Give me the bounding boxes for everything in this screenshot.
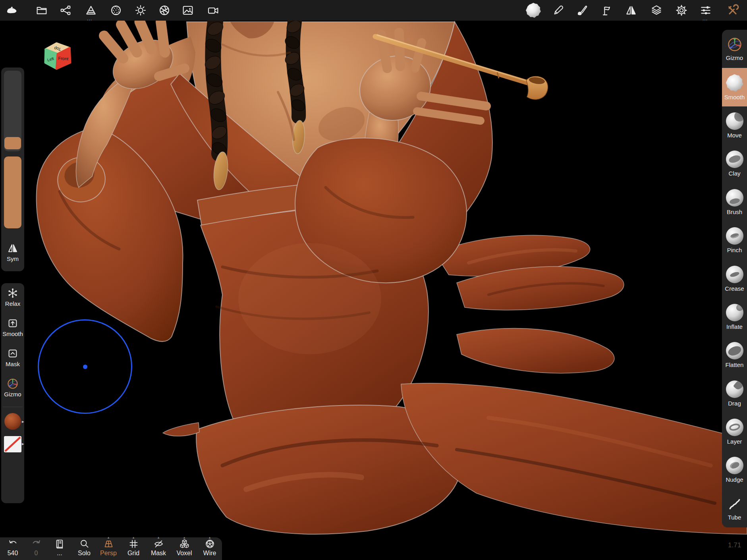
quick-tool-smooth[interactable]: Smooth [1, 317, 24, 337]
stamp-icon[interactable] [601, 4, 614, 17]
tool-flatten[interactable]: Flatten [722, 336, 747, 374]
tool-pinch[interactable]: Pinch [722, 221, 747, 259]
brush-intensity-slider[interactable] [4, 156, 21, 228]
right-tool-panel: Gizmo Smooth Move Clay Brush Pinch Creas… [722, 30, 747, 527]
undo-button[interactable]: 540 [2, 539, 23, 557]
paint-brush-icon[interactable] [576, 4, 589, 17]
layers-icon[interactable] [650, 4, 663, 17]
files-folder-icon[interactable] [35, 4, 48, 17]
postprocess-aperture-icon[interactable] [158, 4, 171, 17]
interface-sliders-icon[interactable] [699, 4, 712, 17]
gizmo-quick-label: Gizmo [4, 391, 21, 398]
quick-tool-mask[interactable]: Mask [1, 348, 24, 367]
no-texture-swatch[interactable] [4, 436, 21, 452]
left-slider-panel: Sym [1, 68, 24, 271]
view-cube[interactable]: Top Left Front [41, 38, 74, 74]
brush-radius-handle[interactable] [4, 137, 21, 149]
inflate-tool-icon [726, 304, 743, 321]
voxel-cubes-icon [179, 539, 190, 549]
mask-quick-label: Mask [6, 361, 20, 367]
tool-clay[interactable]: Clay [722, 145, 747, 183]
redo-count: 0 [35, 550, 38, 557]
solo-label: Solo [78, 550, 91, 557]
mask-caret-icon: ▴ [158, 535, 160, 539]
active-material-ball[interactable] [4, 413, 21, 430]
clay-tool-icon [726, 151, 743, 168]
sculpture-render [0, 21, 747, 560]
mask-eye-off-icon [153, 539, 164, 549]
tool-smooth[interactable]: Smooth [722, 68, 747, 106]
debug-tools-wrench-icon[interactable] [726, 4, 739, 17]
brush-cursor[interactable] [38, 319, 132, 414]
sculpt-pencil-icon[interactable] [552, 4, 565, 17]
topology-more-dots: ... [87, 16, 93, 21]
tool-nudge[interactable]: Nudge [722, 451, 747, 489]
scene-graph-icon[interactable] [59, 4, 72, 17]
tool-brush[interactable]: Brush [722, 183, 747, 221]
material-sphere-icon[interactable] [110, 4, 122, 17]
voxel-label: Voxel [176, 550, 192, 557]
top-toolbar: ... [0, 0, 747, 21]
lighting-sun-icon[interactable] [134, 4, 147, 17]
smooth-tool-icon [726, 74, 743, 92]
view-cube-front-label: Front [58, 56, 68, 61]
sym-toggle[interactable]: Sym [1, 242, 24, 262]
wire-sphere-icon [205, 539, 215, 549]
nudge-tool-icon [726, 457, 743, 474]
symmetry-mirror-icon[interactable] [625, 4, 637, 17]
brush-radius-slider[interactable] [4, 71, 21, 151]
left-panel-divider [3, 407, 23, 407]
tool-label: Pinch [727, 247, 742, 253]
quick-tool-relax[interactable]: Relax [1, 287, 24, 307]
mask-quick-icon [7, 348, 19, 359]
mask-button[interactable]: ▴ Mask [148, 539, 169, 557]
grid-button[interactable]: ▴ Grid [123, 539, 144, 557]
app-version: 1.71 [728, 541, 741, 549]
relax-icon [7, 287, 19, 299]
topology-icon[interactable] [85, 4, 97, 17]
gizmo-icon [727, 37, 743, 52]
settings-gear-icon[interactable] [675, 4, 688, 17]
voxel-caret-icon: ▴ [183, 535, 185, 539]
tool-label: Flatten [726, 361, 744, 368]
tool-tube[interactable]: Tube [722, 489, 747, 527]
tool-move[interactable]: Move [722, 106, 747, 145]
move-tool-icon [726, 112, 743, 130]
tool-drag[interactable]: Drag [722, 375, 747, 413]
tool-label: Brush [727, 209, 742, 215]
quick-tool-gizmo[interactable]: Gizmo [1, 378, 24, 398]
persp-label: Persp [100, 550, 117, 557]
sculpt-viewport[interactable]: Top Left Front [0, 21, 747, 560]
drag-tool-icon [726, 380, 743, 398]
tool-label: Tube [728, 514, 741, 521]
persp-button[interactable]: ▴ Persp [98, 539, 119, 557]
history-button[interactable]: ... [49, 539, 70, 557]
redo-icon [31, 539, 42, 549]
redo-button[interactable]: 0 [25, 539, 47, 557]
solo-button[interactable]: Solo [73, 539, 95, 557]
undo-icon [8, 539, 18, 549]
background-image-icon[interactable] [181, 4, 194, 17]
left-quick-tools-panel: Relax Smooth Mask Gizmo ▸ ▸ [1, 283, 24, 503]
tool-inflate[interactable]: Inflate [722, 298, 747, 336]
sliders-more-dots: ... [703, 16, 708, 21]
matcap-ball-icon[interactable] [526, 3, 541, 18]
voxel-button[interactable]: ▴ Voxel [174, 539, 195, 557]
tool-layer[interactable]: Layer [722, 413, 747, 451]
relax-label: Relax [5, 300, 20, 307]
wire-caret-icon: ▴ [209, 535, 211, 539]
texture-expand-arrow[interactable]: ▸ [22, 441, 24, 446]
mask-label: Mask [151, 550, 166, 557]
nomad-logo-icon[interactable] [6, 4, 18, 17]
pinch-tool-icon [726, 227, 743, 245]
history-more: ... [57, 550, 62, 557]
tool-gizmo[interactable]: Gizmo [722, 30, 747, 68]
grid-icon [128, 539, 139, 549]
wire-button[interactable]: ▴ Wire [199, 539, 220, 557]
camera-video-icon[interactable] [207, 4, 220, 17]
material-expand-arrow[interactable]: ▸ [22, 419, 24, 424]
tool-label: Layer [727, 438, 742, 445]
solo-magnifier-icon [79, 539, 90, 549]
tool-crease[interactable]: Crease [722, 259, 747, 297]
persp-icon [103, 539, 114, 549]
